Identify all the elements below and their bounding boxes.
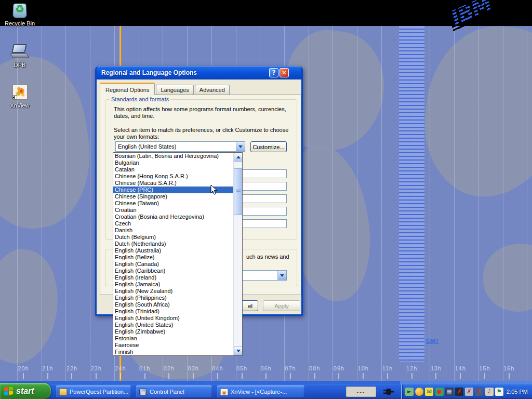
timezone-tick — [363, 373, 364, 379]
tab-regional-options[interactable]: Regional Options — [100, 83, 155, 95]
dialog-title: Regional and Language Options — [101, 69, 197, 76]
list-item[interactable]: English (Trinidad) — [113, 308, 242, 315]
format-combobox[interactable]: English (United States) — [115, 141, 245, 152]
taskbar: start PowerQuest Partition...▦Control Pa… — [0, 384, 532, 399]
shortcut-arrow-icon — [12, 95, 17, 100]
list-item[interactable]: Bosnian (Latin, Bosnia and Herzegovina) — [113, 153, 242, 159]
format-description-text: This option affects how some programs fo… — [114, 106, 293, 119]
list-item[interactable]: English (United States) — [113, 322, 242, 328]
tab-strip: Regional Options Languages Advanced — [100, 83, 231, 95]
update-envelope-icon[interactable]: ✉ — [425, 388, 433, 396]
timezone-tick — [47, 373, 48, 379]
list-item-selected[interactable]: Chinese (PRC) — [113, 187, 242, 193]
task-button-label: Control Panel — [150, 389, 184, 395]
list-item[interactable]: Estonian — [113, 335, 242, 342]
list-item[interactable]: Croatian (Bosnia and Herzegovina) — [113, 214, 242, 220]
list-item[interactable]: English (Philippines) — [113, 295, 242, 301]
top-black-bar: IBM — [0, 0, 532, 26]
start-button[interactable]: start — [0, 383, 51, 399]
desktop-screen: GMT 20h21h22h23h24h01h02h03h04h05h06h07h… — [0, 0, 532, 399]
timezone-tick — [509, 373, 510, 379]
list-item[interactable]: English (Belize) — [113, 254, 242, 261]
desktop-icon-recycle-bin[interactable]: ♻ Recycle Bin — [2, 2, 38, 26]
list-item[interactable]: Croatian — [113, 207, 242, 214]
list-item[interactable]: English (Zimbabwe) — [113, 328, 242, 335]
chevron-down-icon[interactable] — [277, 271, 286, 280]
list-item[interactable]: English (Caribbean) — [113, 268, 242, 274]
safely-remove-hardware-icon[interactable]: ► — [405, 388, 414, 396]
timezone-tick — [435, 373, 436, 379]
list-item[interactable]: English (Ireland) — [113, 274, 242, 281]
timezone-label: 12h — [404, 365, 420, 371]
recycle-bin-icon: ♻ — [11, 2, 29, 19]
list-item[interactable]: Chinese (Macau S.A.R.) — [113, 180, 242, 187]
timezone-label: 09h — [331, 365, 347, 371]
messenger-ball-icon[interactable] — [415, 388, 423, 396]
list-item[interactable]: Danish — [113, 227, 242, 234]
timezone-tick — [96, 373, 97, 379]
task-button-1[interactable]: PowerQuest Partition... — [56, 385, 131, 398]
list-item[interactable]: Bulgarian — [113, 159, 242, 166]
sync-error-icon[interactable]: ● — [435, 388, 444, 396]
list-item[interactable]: Chinese (Hong Kong S.A.R.) — [113, 173, 242, 180]
list-item[interactable]: Catalan — [113, 166, 242, 173]
list-item[interactable]: English (United Kingdom) — [113, 315, 242, 322]
task-button-3[interactable]: ◉XnView - [<Capture-... — [217, 385, 304, 398]
list-item[interactable]: Finnish — [113, 349, 242, 355]
timezone-tick — [217, 373, 218, 379]
list-item[interactable]: English (Australia) — [113, 247, 242, 254]
list-item[interactable]: English (New Zealand) — [113, 288, 242, 295]
timezone-label: 10h — [355, 365, 371, 371]
taskbar-clock[interactable]: 2:05 PM — [507, 384, 528, 399]
help-button[interactable]: ? — [269, 68, 278, 77]
task-button-2[interactable]: ▦Control Panel — [136, 385, 212, 398]
power-plug-icon — [383, 388, 394, 396]
list-item[interactable]: Chinese (Taiwan) — [113, 200, 242, 207]
icon-label: XnView — [2, 102, 38, 109]
customize-button[interactable]: Customize... — [250, 141, 287, 152]
chevron-down-icon[interactable] — [236, 142, 245, 151]
folder-icon — [59, 389, 67, 395]
volume-icon[interactable]: ♪ — [485, 388, 494, 396]
icon-label: DPB — [2, 62, 38, 68]
timezone-label: 01h — [137, 365, 153, 371]
timezone-tick — [193, 373, 194, 379]
desktop-icon-dpb[interactable]: DPB — [2, 44, 38, 68]
scrollbar-thumb[interactable] — [234, 168, 243, 215]
tab-advanced[interactable]: Advanced — [195, 85, 230, 95]
tab-languages[interactable]: Languages — [156, 85, 193, 95]
device-error-icon[interactable]: ✗ — [465, 388, 473, 396]
location-description-fragment: uch as news and — [246, 254, 296, 260]
list-item[interactable]: Czech — [113, 220, 242, 227]
scroll-up-button[interactable] — [234, 153, 243, 162]
taskbar-toolbar[interactable]: --- — [346, 387, 376, 397]
list-item[interactable]: English (Jamaica) — [113, 281, 242, 288]
network-computers-icon[interactable]: ▦ — [445, 388, 454, 396]
timezone-label: 20h — [16, 365, 31, 371]
list-scrollbar[interactable] — [233, 153, 242, 355]
list-item[interactable]: Chinese (Singapore) — [113, 193, 242, 200]
list-item[interactable]: English (Canada) — [113, 261, 242, 268]
close-button[interactable]: ✕ — [280, 68, 289, 77]
timezone-label: 15h — [477, 365, 493, 371]
timezone-tick — [23, 373, 24, 379]
laptop-icon — [11, 44, 29, 60]
list-item[interactable]: Dutch (Belgium) — [113, 234, 242, 241]
network-disconnected-icon[interactable]: ✗ — [475, 388, 483, 396]
scroll-down-button[interactable] — [234, 347, 243, 355]
dialog-titlebar[interactable]: Regional and Language Options ? ✕ — [97, 66, 301, 79]
list-item[interactable]: Dutch (Netherlands) — [113, 241, 242, 247]
task-button-label: XnView - [<Capture-... — [231, 389, 287, 395]
list-item[interactable]: Faeroese — [113, 342, 242, 349]
gmt-meridian-band — [399, 26, 424, 362]
xnview-icon: ◉ — [220, 389, 228, 395]
start-label: start — [16, 387, 34, 396]
boot-flag-icon[interactable]: ⚑ — [495, 388, 503, 396]
mouse-cursor — [210, 184, 218, 195]
timezone-label: 04h — [210, 365, 225, 371]
desktop-icon-xnview[interactable]: XnView — [2, 84, 38, 109]
timezone-tick — [387, 373, 388, 379]
tv-tuner-error-icon[interactable]: ✗ — [455, 388, 463, 396]
list-item[interactable]: English (South Africa) — [113, 301, 242, 308]
timezone-tick — [338, 373, 339, 379]
